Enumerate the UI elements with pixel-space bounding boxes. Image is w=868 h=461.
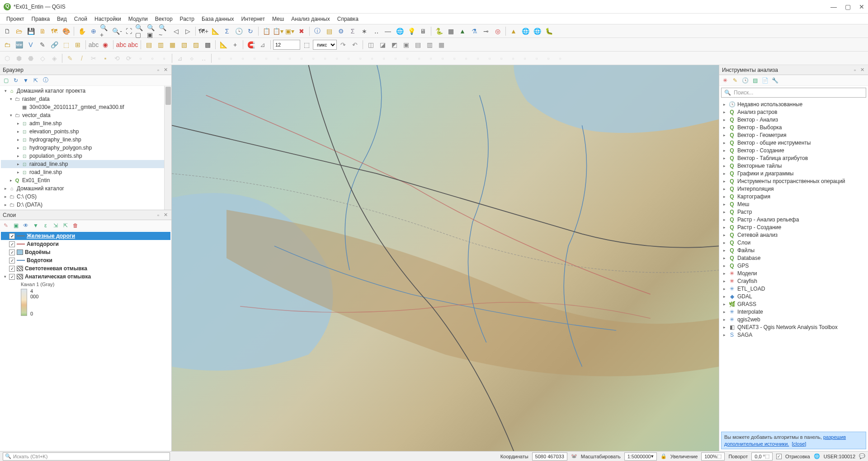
shape-tool-19-icon[interactable]: ▫	[437, 53, 448, 64]
zoom-full-icon[interactable]: ⛶	[123, 26, 134, 37]
shape5-icon[interactable]: ▤	[412, 39, 423, 50]
crs-icon[interactable]: 🌐	[814, 453, 820, 459]
tool-icon[interactable]: ‥	[371, 26, 382, 37]
zoom-layer-icon[interactable]: 🔍▣	[147, 26, 158, 37]
menu-вид[interactable]: Вид	[54, 15, 70, 23]
drive-item[interactable]: ▸🗀G:\ (Google Drive)	[1, 209, 170, 210]
label3-icon[interactable]: abc	[127, 39, 138, 50]
field-calc-icon[interactable]: ⚙	[335, 26, 346, 37]
new-icon[interactable]: 🗋	[2, 26, 13, 37]
topo1-icon[interactable]: ▤	[143, 39, 154, 50]
extent-icon[interactable]: 🐭	[571, 453, 577, 459]
pan-icon[interactable]: ✋	[76, 26, 87, 37]
digi2-icon[interactable]: ▫	[147, 53, 158, 64]
properties-icon[interactable]: ⓘ	[42, 76, 50, 85]
processing-group[interactable]: ▸QВекторные тайлы	[720, 162, 867, 169]
shape4-icon[interactable]: ▣	[401, 39, 411, 50]
layer-visibility-checkbox[interactable]: ✓	[9, 241, 15, 247]
menu-справка[interactable]: Справка	[335, 15, 361, 23]
shape-tool-4-icon[interactable]: ▫	[261, 53, 272, 64]
deselect-icon[interactable]: ✖	[296, 26, 307, 37]
segment-size-input[interactable]	[273, 40, 300, 50]
project-item[interactable]: Ex01_Entin	[22, 177, 50, 183]
close-hint-link[interactable]: [close]	[792, 441, 807, 447]
folder-vector[interactable]: vector_data	[22, 112, 51, 118]
scripts-icon[interactable]: ✎	[731, 76, 739, 85]
history-icon[interactable]: 🕓	[741, 76, 749, 85]
label-icon[interactable]: abc	[88, 39, 99, 50]
add-icon[interactable]: ▢	[2, 76, 10, 85]
shape3-icon[interactable]: ◩	[389, 39, 400, 50]
processing-tree[interactable]: ▸🕓Недавно использованные▸QАнализ растров…	[719, 99, 868, 430]
new-layout-icon[interactable]: 🗎	[37, 26, 48, 37]
layers-tree[interactable]: ✓Железные дороги✓Автодороги✓Водоёмы✓Водо…	[0, 231, 171, 451]
redo-icon[interactable]: ⟳	[123, 53, 134, 64]
processing-group[interactable]: ▸✳Crayfish	[720, 277, 867, 285]
folder-raster[interactable]: raster_data	[22, 96, 50, 102]
collapse-icon[interactable]: ⇱	[32, 76, 40, 85]
processing-group[interactable]: ▸QАнализ растров	[720, 108, 867, 116]
render-checkbox[interactable]: ✓	[776, 454, 782, 459]
menu-меш[interactable]: Меш	[269, 15, 287, 23]
close-panel-icon[interactable]: ✕	[162, 212, 169, 218]
layer-visibility-checkbox[interactable]: ✓	[9, 233, 15, 239]
console-icon[interactable]: 🖥	[418, 26, 429, 37]
digi1-icon[interactable]: ▫	[135, 53, 146, 64]
shape-tool-6-icon[interactable]: ▫	[284, 53, 295, 64]
processing-group[interactable]: ▸QВектор - Создание	[720, 146, 867, 154]
menu-интернет[interactable]: Интернет	[239, 15, 268, 23]
maximize-button[interactable]: ▢	[845, 3, 851, 10]
filter-icon[interactable]: ▼	[22, 76, 30, 85]
raster-file[interactable]: 30n030e_20101117_gmted_mea300.tif	[29, 104, 124, 110]
vector-file-item[interactable]: ▸⊡rairoad_line.shp	[1, 160, 170, 168]
point-icon[interactable]: ▪	[100, 53, 111, 64]
curve2-icon[interactable]: ↶	[349, 39, 360, 50]
plugin1-icon[interactable]: ▦	[445, 26, 456, 37]
vector-file-item[interactable]: ▸⊡population_points.shp	[1, 152, 170, 160]
collapse-icon[interactable]: ⇱	[61, 221, 70, 230]
processing-group[interactable]: ▸QВектор - Анализ	[720, 116, 867, 123]
geom3-icon[interactable]: ⬣	[25, 53, 36, 64]
plugin6-icon[interactable]: ▲	[508, 26, 519, 37]
drive-item[interactable]: ▸🗀C:\ (OS)	[1, 193, 170, 201]
processing-group[interactable]: ▸QСлои	[720, 239, 867, 246]
processing-group[interactable]: ▸QРастр	[720, 208, 867, 216]
shape-tool-3-icon[interactable]: ▫	[249, 53, 260, 64]
zoom-selection-icon[interactable]: 🔍▢	[135, 26, 146, 37]
processing-group[interactable]: ▸QВектор - Выборка	[720, 123, 867, 131]
menu-модули[interactable]: Модули	[126, 15, 151, 23]
vector-file-item[interactable]: ▸⊡adm_line.shp	[1, 119, 170, 127]
curve-icon[interactable]: ↷	[338, 39, 349, 50]
diagram-icon[interactable]: ◉	[100, 39, 111, 50]
vector-file-item[interactable]: ▸⊡road_line.shp	[1, 168, 170, 176]
home-catalog[interactable]: Домашний каталог	[17, 185, 64, 192]
layout-manager-icon[interactable]: 🗺	[49, 26, 60, 37]
shape-tool-17-icon[interactable]: ▫	[414, 53, 425, 64]
menu-слой[interactable]: Слой	[71, 15, 90, 23]
tips-icon[interactable]: 💡	[406, 26, 417, 37]
processing-group[interactable]: ▸QРастр - Создание	[720, 223, 867, 231]
shape-tool-18-icon[interactable]: ▫	[425, 53, 436, 64]
select-features-icon[interactable]: ▣▾	[284, 26, 295, 37]
shape-tool-10-icon[interactable]: ▫	[331, 53, 342, 64]
edit-icon[interactable]: ✎	[37, 39, 48, 50]
processing-group[interactable]: ▸QМеш	[720, 200, 867, 208]
shape-tool-28-icon[interactable]: ▫	[543, 53, 554, 64]
shape7-icon[interactable]: ▦	[436, 39, 447, 50]
geom5-icon[interactable]: ◈	[49, 53, 60, 64]
shape1-icon[interactable]: ◫	[365, 39, 376, 50]
layer-row[interactable]: ✓Водотоки	[1, 256, 170, 264]
layer-row[interactable]: ✓Водоёмы	[1, 248, 170, 256]
shape-tool-8-icon[interactable]: ▫	[308, 53, 319, 64]
shape-tool-16-icon[interactable]: ▫	[402, 53, 413, 64]
browser-root[interactable]: Домашний каталог проекта	[17, 88, 85, 94]
plugin8-icon[interactable]: 🌐	[532, 26, 542, 37]
shape-tool-0-icon[interactable]: ▫	[214, 53, 225, 64]
new-vector-icon[interactable]: 🆕	[14, 39, 24, 50]
processing-group[interactable]: ▸✳Модели	[720, 269, 867, 277]
plugin3-icon[interactable]: ⚗	[469, 26, 480, 37]
shape-tool-20-icon[interactable]: ▫	[449, 53, 460, 64]
layer-visibility-checkbox[interactable]: ✓	[9, 266, 15, 272]
tracing-icon[interactable]: ⊿	[257, 39, 268, 50]
refresh-icon[interactable]: ↻	[245, 26, 256, 37]
